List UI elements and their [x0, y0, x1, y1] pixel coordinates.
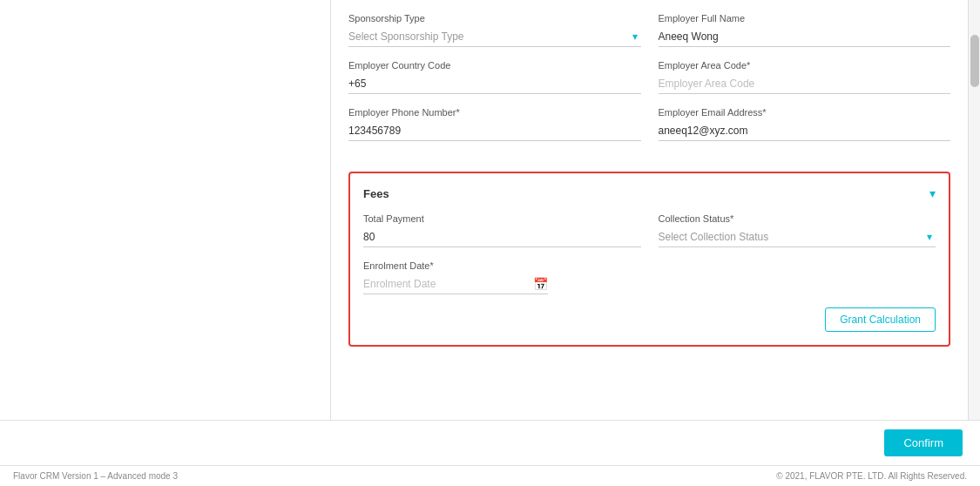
employer-top-section: Sponsorship Type Select Sponsorship Type…: [348, 0, 950, 167]
grant-calc-button-wrapper: Grant Calculation: [363, 307, 936, 332]
enrolment-date-row: Enrolment Date* 📅: [363, 260, 936, 294]
employer-area-code-group: Employer Area Code*: [659, 60, 951, 94]
confirm-button[interactable]: Confirm: [884, 429, 963, 456]
employer-phone-group: Employer Phone Number*: [348, 107, 641, 141]
calendar-icon: 📅: [533, 277, 548, 291]
enrolment-date-input-wrapper[interactable]: 📅: [363, 274, 548, 294]
employer-phone-label: Employer Phone Number*: [348, 107, 641, 118]
enrolment-date-group: Enrolment Date* 📅: [363, 260, 548, 294]
collection-status-group: Collection Status* Select Collection Sta…: [659, 213, 936, 247]
scrollbar-thumb[interactable]: [970, 35, 979, 87]
employer-area-code-input[interactable]: [659, 74, 951, 94]
total-payment-input[interactable]: [363, 227, 641, 247]
employer-full-name-group: Employer Full Name: [659, 13, 951, 47]
enrolment-date-label: Enrolment Date*: [363, 260, 548, 271]
collection-status-select-wrapper[interactable]: Select Collection Status ▾: [659, 227, 936, 247]
payment-status-row: Total Payment Collection Status* Select …: [363, 213, 936, 247]
total-payment-group: Total Payment: [363, 213, 641, 247]
employer-country-code-label: Employer Country Code: [348, 60, 641, 71]
sponsorship-type-select[interactable]: Select Sponsorship Type: [348, 27, 641, 46]
sponsorship-type-label: Sponsorship Type: [348, 13, 641, 24]
collection-status-select[interactable]: Select Collection Status: [659, 227, 936, 246]
employer-phone-input[interactable]: [348, 121, 641, 141]
employer-full-name-label: Employer Full Name: [659, 13, 951, 24]
employer-email-label: Employer Email Address*: [659, 107, 951, 118]
total-payment-label: Total Payment: [363, 213, 641, 224]
enrolment-spacer: [565, 260, 936, 294]
scrollbar-track[interactable]: [968, 0, 980, 420]
cursor-spacer: [348, 347, 950, 364]
employer-email-input[interactable]: [659, 121, 951, 141]
sponsorship-type-group: Sponsorship Type Select Sponsorship Type…: [348, 13, 641, 47]
sponsorship-name-row: Sponsorship Type Select Sponsorship Type…: [348, 13, 950, 47]
country-area-row: Employer Country Code Employer Area Code…: [348, 60, 950, 94]
fees-section: Fees ▾ Total Payment Collection Status* …: [348, 172, 950, 347]
fees-chevron-icon[interactable]: ▾: [929, 186, 936, 200]
phone-email-row: Employer Phone Number* Employer Email Ad…: [348, 107, 950, 141]
collection-status-label: Collection Status*: [659, 213, 936, 224]
employer-full-name-input[interactable]: [659, 27, 951, 47]
fees-title: Fees: [363, 187, 389, 200]
employer-email-group: Employer Email Address*: [659, 107, 951, 141]
footer-right: © 2021, FLAVOR PTE. LTD. All Rights Rese…: [776, 471, 967, 481]
grant-calculation-button[interactable]: Grant Calculation: [825, 307, 936, 332]
footer-left: Flavor CRM Version 1 – Advanced mode 3: [13, 471, 178, 481]
left-panel: [0, 0, 331, 420]
sponsorship-type-select-wrapper[interactable]: Select Sponsorship Type ▾: [348, 27, 641, 47]
employer-country-code-input[interactable]: [348, 74, 641, 94]
enrolment-date-input[interactable]: [363, 274, 533, 294]
employer-country-code-group: Employer Country Code: [348, 60, 641, 94]
right-panel: Sponsorship Type Select Sponsorship Type…: [331, 0, 968, 420]
footer-bar: Flavor CRM Version 1 – Advanced mode 3 ©…: [0, 465, 980, 486]
employer-area-code-label: Employer Area Code*: [659, 60, 951, 71]
confirm-row: Confirm: [0, 420, 980, 465]
fees-header: Fees ▾: [363, 186, 936, 200]
